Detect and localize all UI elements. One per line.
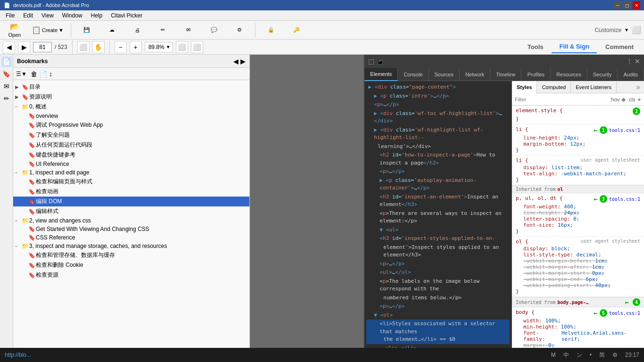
customize-label[interactable]: Customize — [594, 27, 621, 33]
prop-value[interactable]: 100%; — [545, 318, 561, 324]
prop-name[interactable]: display: — [523, 165, 548, 171]
dom-line[interactable]: ▶ <div class="page-content"> — [366, 83, 510, 92]
styles-tab-event-listeners[interactable]: Event Listeners — [571, 81, 617, 93]
bookmark-item-animation[interactable]: 🔖 检查动画 — [13, 187, 249, 197]
zoom-dropdown-icon[interactable]: ▼ — [166, 44, 171, 49]
next-page-button[interactable]: ▶ — [18, 41, 30, 53]
cloud-button[interactable]: ☁ — [100, 22, 124, 39]
menu-file[interactable]: File — [2, 11, 18, 20]
page-view-icon[interactable]: 📄 — [1, 57, 12, 67]
dom-line[interactable]: ▶ <p class='autoplay-animation-container… — [366, 176, 510, 193]
prop-name[interactable]: margin-bottom: — [523, 141, 567, 147]
menu-help[interactable]: Help — [87, 11, 107, 20]
prop-value[interactable]: 400; — [564, 204, 577, 210]
source-link[interactable]: tools.css:1 — [609, 197, 640, 202]
bookmark-item-snippets[interactable]: 🔖 从任何页面运行代码段 — [13, 140, 249, 150]
menu-window[interactable]: Window — [58, 11, 86, 20]
selector-text[interactable]: element.style { — [516, 107, 562, 115]
create-dropdown-icon[interactable]: ▼ — [58, 27, 64, 33]
minimize-button[interactable]: ─ — [614, 1, 621, 9]
dom-line[interactable]: <p>The labels on the image below corresp… — [366, 277, 510, 294]
bookmark-item-inspect-edit[interactable]: 🔖 检查和编辑页面与样式 — [13, 177, 249, 187]
bookmark-item-3[interactable]: − 📁 3, inspect and manage storage, cache… — [13, 242, 249, 250]
sign-button[interactable]: 🔑 — [285, 22, 308, 39]
dom-line[interactable]: <p>…</p> — [366, 167, 510, 176]
selector-text[interactable]: body { — [516, 309, 535, 317]
prop-name[interactable]: display: — [523, 246, 548, 252]
dom-line[interactable]: <h3 id='inspect-styles-applied-to-an- — [366, 234, 510, 243]
styles-filter-input[interactable] — [515, 97, 608, 102]
dom-line[interactable]: <p>…</p> — [366, 260, 510, 269]
bookmarks-delete-icon[interactable]: 🗑 — [31, 70, 37, 78]
bookmark-item-security[interactable]: 🔖 了解安全问题 — [13, 130, 249, 140]
bookmarks-move-icon[interactable]: ↕ — [49, 70, 52, 78]
dom-line[interactable]: <li>…</li> — [366, 344, 510, 348]
prop-value[interactable]: 24px; — [564, 135, 579, 141]
tab-resources[interactable]: Resources — [551, 68, 587, 81]
bookmark-item-inspect-resources[interactable]: 🔖 检查资源 — [13, 270, 249, 280]
tools-panel-icon[interactable]: ✉ — [1, 81, 12, 91]
fill-sign-tab[interactable]: Fill & Sign — [552, 41, 597, 53]
devtools-close-icon[interactable]: ✕ — [635, 58, 640, 65]
dom-line-selected[interactable]: <li>Styles associated with a selector th… — [366, 320, 510, 344]
review-panel-icon[interactable]: ✏ — [1, 93, 12, 104]
bookmark-item-ui-ref[interactable]: 🔖 UI Reference — [13, 160, 249, 168]
customize-dropdown-icon[interactable]: ▼ — [624, 27, 629, 33]
comment-tab[interactable]: Comment — [598, 41, 641, 53]
settings-button[interactable]: ⚙ — [228, 22, 251, 39]
prop-value[interactable]: 12px; — [570, 141, 586, 147]
dom-line[interactable]: <p>…</p> — [366, 302, 510, 311]
edit-button[interactable]: ✏ — [151, 22, 175, 39]
devtools-more-icon[interactable]: ⋮ — [626, 58, 633, 65]
menu-view[interactable]: View — [38, 11, 58, 20]
tab-network[interactable]: Network — [460, 68, 490, 81]
bookmark-item-dom[interactable]: 🔖 编辑 DOM — [13, 197, 249, 206]
inherited-from-tag[interactable]: body.page-… — [557, 300, 588, 305]
bookmark-item-keyboard[interactable]: 🔖 键盘快捷键参考 — [13, 150, 249, 160]
toolbar-expand-icon[interactable]: ⬜ — [632, 25, 641, 34]
prop-name[interactable]: text-align: — [523, 171, 558, 177]
selector-text[interactable]: ol { — [516, 239, 528, 245]
bookmark-item-cookies[interactable]: 🔖 检查和删除 Cookie — [13, 260, 249, 270]
menu-citavi[interactable]: Citavi Picker — [107, 11, 146, 20]
print-button[interactable]: 🖨 — [126, 22, 149, 39]
dom-line[interactable]: ▶ <div class='wf-highlight-list wf-highl… — [366, 126, 510, 142]
tab-console[interactable]: Console — [398, 68, 429, 81]
prop-value[interactable]: -webkit-match-parent; — [561, 171, 626, 177]
prop-value[interactable]: 100%; — [561, 324, 576, 330]
prop-name[interactable]: font-weight: — [523, 204, 561, 210]
dom-line[interactable]: <h3 id='inspect-an-element'>Inspect an e… — [366, 193, 510, 209]
selector-text[interactable]: li { — [516, 126, 528, 134]
bookmark-item-0[interactable]: − 📁 0, 概述 — [13, 102, 249, 112]
styles-tab-more[interactable]: » — [632, 83, 644, 91]
tab-timeline[interactable]: Timeline — [490, 68, 521, 81]
devtools-inspect-icon[interactable]: ⬚ — [368, 58, 374, 65]
page-number-input[interactable] — [33, 42, 52, 52]
dom-line[interactable]: <h2 id='how-to-inspect-a-page'>How to in… — [366, 151, 510, 167]
zoom-level-input[interactable] — [147, 44, 166, 50]
dom-line[interactable]: ▶ <div class='wf-toc wf-highlight-list'>… — [366, 109, 510, 126]
prop-name[interactable]: width: — [523, 318, 542, 324]
bookmark-item-styles[interactable]: 🔖 编辑样式 — [13, 206, 249, 216]
prop-value[interactable]: 0; — [573, 216, 579, 222]
selector-text[interactable]: li { — [516, 157, 528, 164]
prop-value[interactable]: Helvetica,Arial,sans-serif; — [561, 330, 640, 342]
tools-tab[interactable]: Tools — [520, 41, 551, 53]
hand-tool-button[interactable]: ✋ — [92, 41, 105, 53]
bookmarks-dropdown-icon[interactable]: ☰▼ — [16, 71, 27, 77]
bookmark-item-storage[interactable]: 🔖 检查和管理存储、数据库与缓存 — [13, 250, 249, 260]
tab-elements[interactable]: Elements — [364, 68, 398, 81]
cursor-mode-button[interactable]: ⬜ — [77, 41, 90, 53]
bookmark-item-pwa[interactable]: 🔖 调试 Progressive Web App — [13, 120, 249, 130]
save-button[interactable]: 💾 — [75, 22, 99, 39]
styles-tab-styles[interactable]: Styles — [512, 81, 537, 93]
tab-audits[interactable]: Audits — [618, 68, 644, 81]
selector-text[interactable]: p, ul, ol, dt { — [516, 195, 562, 203]
create-button[interactable]: 📋 Create ▼ — [28, 22, 67, 39]
prop-value[interactable]: decimal; — [577, 252, 602, 258]
bookmark-item-overview[interactable]: 🔖 overview — [13, 112, 249, 120]
protect-button[interactable]: 🔒 — [259, 22, 283, 39]
filter-cls-btn[interactable]: .cls — [627, 97, 636, 102]
tab-security[interactable]: Security — [587, 68, 618, 81]
menu-edit[interactable]: Edit — [19, 11, 37, 20]
